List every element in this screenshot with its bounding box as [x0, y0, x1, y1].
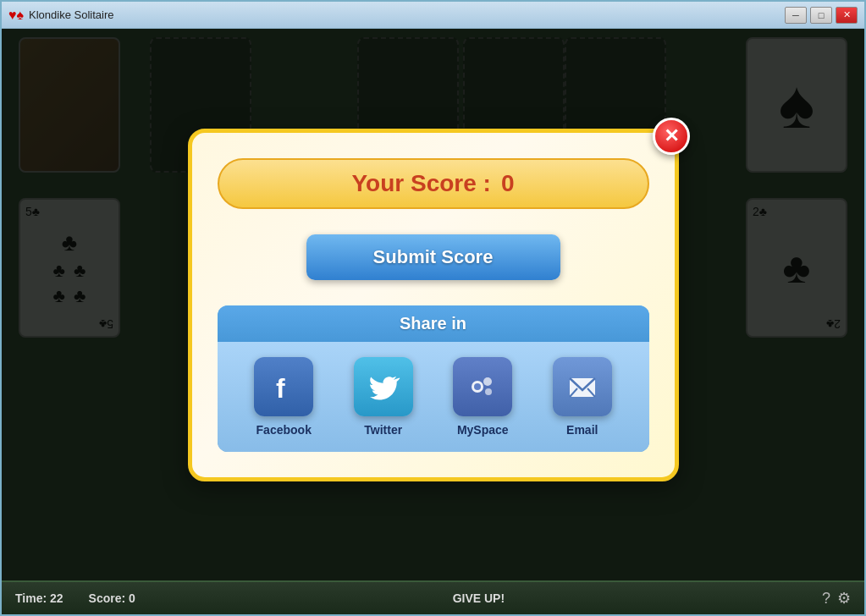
score-display-bottom: Score: 0 — [89, 591, 135, 605]
email-icon — [553, 357, 612, 416]
close-icon: ✕ — [664, 125, 679, 147]
app-window: ♥♠ Klondike Solitaire ─ □ ✕ ♠ 5♣ ♣ ♣♣ ♣♣… — [0, 0, 866, 616]
myspace-icon — [453, 357, 512, 416]
score-value: 0 — [501, 170, 515, 197]
myspace-share-item[interactable]: MySpace — [453, 357, 512, 437]
give-up-button[interactable]: GIVE UP! — [135, 591, 822, 605]
twitter-icon — [354, 357, 413, 416]
myspace-label: MySpace — [457, 423, 509, 437]
window-close-button[interactable]: ✕ — [836, 7, 858, 24]
facebook-label: Facebook — [256, 423, 312, 437]
score-label: Your Score : — [352, 170, 491, 197]
twitter-label: Twitter — [364, 423, 402, 437]
svg-text:f: f — [276, 373, 285, 403]
app-icon: ♥♠ — [8, 8, 24, 23]
share-header: Share in — [218, 305, 649, 342]
svg-point-4 — [474, 383, 481, 390]
dialog-close-button[interactable]: ✕ — [653, 118, 690, 155]
twitter-share-item[interactable]: Twitter — [354, 357, 413, 437]
settings-icon[interactable]: ⚙ — [837, 589, 851, 608]
facebook-icon: f — [254, 357, 313, 416]
time-display: Time: 22 — [15, 591, 63, 605]
email-share-item[interactable]: Email — [553, 357, 612, 437]
title-bar: ♥♠ Klondike Solitaire ─ □ ✕ — [2, 2, 864, 29]
submit-score-button[interactable]: Submit Score — [306, 234, 560, 280]
game-area: ♠ 5♣ ♣ ♣♣ ♣♣ 5♣ 2♣ ♣ 2♣ — [2, 29, 864, 614]
bottom-icons: ? ⚙ — [822, 589, 851, 608]
help-icon[interactable]: ? — [822, 590, 830, 608]
score-dialog: ✕ Your Score : 0 Submit Score Share in — [188, 129, 679, 481]
facebook-share-item[interactable]: f Facebook — [254, 357, 313, 437]
bottom-bar: Time: 22 Score: 0 GIVE UP! ? ⚙ — [2, 582, 864, 614]
share-title: Share in — [400, 314, 466, 333]
share-section: Share in f Facebook — [218, 305, 649, 452]
share-icons-row: f Facebook Twitte — [218, 342, 649, 452]
svg-point-3 — [485, 388, 492, 395]
window-controls: ─ □ ✕ — [785, 7, 858, 24]
app-title: Klondike Solitaire — [29, 8, 785, 21]
email-label: Email — [566, 423, 598, 437]
score-display: Your Score : 0 — [218, 158, 649, 209]
minimize-button[interactable]: ─ — [785, 7, 807, 24]
modal-overlay: ✕ Your Score : 0 Submit Score Share in — [2, 29, 864, 580]
svg-point-2 — [483, 377, 492, 386]
maximize-button[interactable]: □ — [810, 7, 832, 24]
